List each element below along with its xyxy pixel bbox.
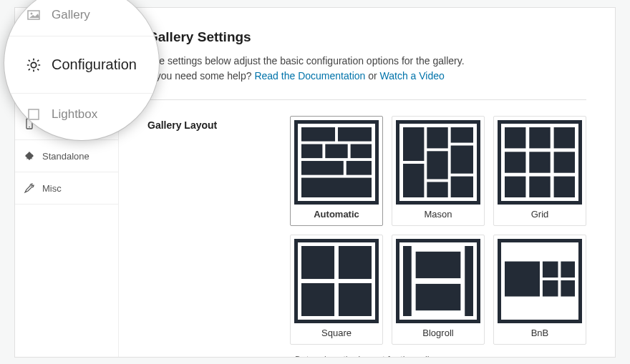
layout-preview-grid xyxy=(498,120,582,205)
svg-rect-26 xyxy=(554,177,575,197)
svg-rect-23 xyxy=(554,152,575,172)
svg-rect-17 xyxy=(451,177,473,197)
svg-rect-20 xyxy=(554,127,575,148)
svg-rect-18 xyxy=(505,127,525,148)
layout-name: Grid xyxy=(494,209,586,220)
svg-rect-36 xyxy=(543,262,558,278)
page-title: Gallery Settings xyxy=(147,29,586,45)
zoom-label: Lightbox xyxy=(52,107,97,122)
layout-name: Automatic xyxy=(291,209,382,220)
layout-name: Square xyxy=(291,328,382,338)
svg-rect-27 xyxy=(301,246,334,279)
sidebar-item-misc[interactable]: Misc xyxy=(15,172,118,205)
setting-label: Gallery Layout xyxy=(147,116,240,345)
svg-rect-15 xyxy=(451,127,473,143)
svg-rect-32 xyxy=(465,246,473,316)
svg-rect-5 xyxy=(325,144,347,159)
svg-rect-28 xyxy=(339,246,372,279)
layout-preview-mason xyxy=(396,120,480,205)
svg-rect-7 xyxy=(301,161,344,175)
layout-preview-automatic xyxy=(294,120,379,205)
svg-rect-16 xyxy=(451,145,473,173)
layout-preview-square xyxy=(294,239,379,323)
svg-rect-13 xyxy=(427,151,447,179)
svg-rect-34 xyxy=(416,284,461,310)
zoom-label: Configuration xyxy=(52,56,137,73)
sidebar-item-label: Standalone xyxy=(42,151,89,162)
layout-option-bnb[interactable]: BnB xyxy=(493,235,586,345)
layout-preview-bnb xyxy=(498,239,582,323)
svg-rect-37 xyxy=(561,262,575,278)
svg-rect-33 xyxy=(416,252,461,278)
video-link[interactable]: Watch a Video xyxy=(380,70,445,82)
svg-rect-6 xyxy=(351,144,372,159)
layout-name: Mason xyxy=(392,209,484,220)
helper-text: Determines the Layout for the gallery. xyxy=(294,355,586,357)
svg-rect-25 xyxy=(529,177,550,197)
svg-rect-38 xyxy=(543,280,558,297)
svg-rect-19 xyxy=(529,127,550,148)
svg-rect-3 xyxy=(338,127,372,142)
svg-rect-31 xyxy=(403,246,412,316)
svg-rect-24 xyxy=(505,177,525,197)
svg-rect-30 xyxy=(339,283,372,316)
svg-rect-11 xyxy=(403,164,424,197)
layout-option-blogroll[interactable]: Blogroll xyxy=(392,235,485,345)
layout-name: BnB xyxy=(494,328,586,338)
gallery-icon xyxy=(26,7,42,23)
divider xyxy=(147,99,586,100)
doc-link[interactable]: Read the Documentation xyxy=(254,70,365,82)
svg-rect-35 xyxy=(505,262,540,297)
desc-text: The settings below adjust the basic conf… xyxy=(147,55,465,67)
layout-preview-blogroll xyxy=(396,239,480,323)
misc-icon xyxy=(24,182,35,194)
layout-setting-row: Gallery Layout Automatic Mason xyxy=(147,116,586,345)
description: The settings below adjust the basic conf… xyxy=(147,54,586,84)
svg-rect-29 xyxy=(301,283,334,316)
standalone-icon xyxy=(24,150,35,162)
svg-rect-9 xyxy=(301,178,372,197)
layout-name: Blogroll xyxy=(392,328,484,338)
layout-option-grid[interactable]: Grid xyxy=(493,116,586,226)
zoom-sidebar-item-gallery[interactable]: Gallery xyxy=(4,0,159,36)
svg-rect-2 xyxy=(301,127,335,142)
zoom-sidebar-item-configuration[interactable]: Configuration xyxy=(4,36,159,94)
svg-rect-21 xyxy=(505,152,525,172)
main-content: Gallery Settings The settings below adju… xyxy=(119,8,615,357)
svg-rect-14 xyxy=(427,182,447,197)
svg-rect-42 xyxy=(29,109,39,119)
zoom-label: Gallery xyxy=(52,8,90,22)
sidebar-item-label: Misc xyxy=(42,183,62,194)
svg-rect-39 xyxy=(561,280,575,297)
svg-rect-22 xyxy=(529,152,550,172)
help-prefix: If you need some help? xyxy=(147,70,254,82)
sidebar-item-standalone[interactable]: Standalone xyxy=(15,140,118,172)
svg-rect-12 xyxy=(427,127,447,148)
layout-option-automatic[interactable]: Automatic xyxy=(290,116,383,226)
or-text: or xyxy=(365,70,379,82)
svg-rect-8 xyxy=(346,161,372,175)
svg-point-41 xyxy=(31,13,33,15)
layout-option-square[interactable]: Square xyxy=(290,235,383,345)
svg-rect-4 xyxy=(301,144,322,159)
layout-options: Automatic Mason Grid xyxy=(290,116,586,345)
svg-rect-10 xyxy=(403,127,424,161)
gear-icon xyxy=(26,57,42,73)
layout-option-mason[interactable]: Mason xyxy=(392,116,485,226)
svg-point-1 xyxy=(29,127,30,128)
